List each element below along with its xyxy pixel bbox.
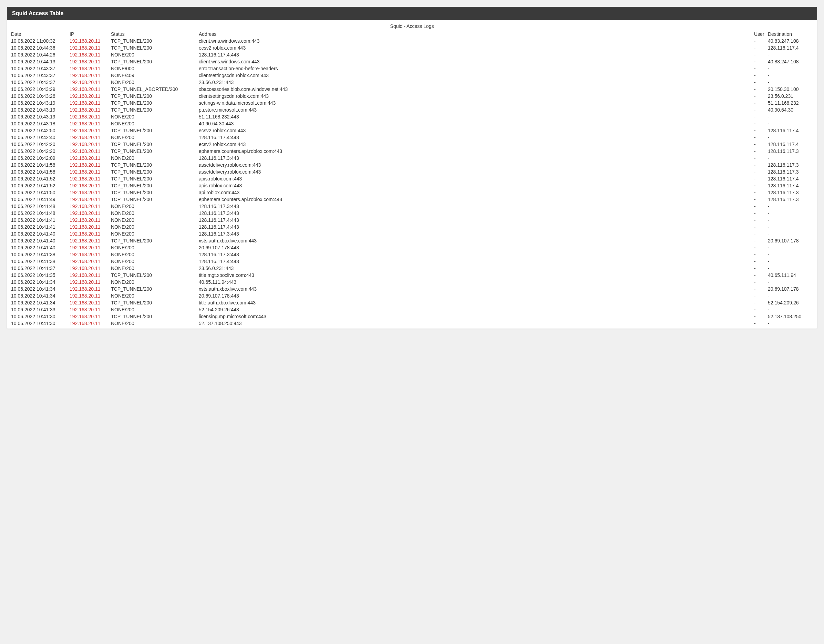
- ip-link[interactable]: 192.168.20.11: [69, 266, 101, 271]
- cell-user: -: [753, 106, 767, 113]
- cell-status: NONE/200: [110, 306, 198, 313]
- ip-link[interactable]: 192.168.20.11: [69, 114, 101, 120]
- cell-ip: 192.168.20.11: [69, 120, 110, 127]
- cell-date: 10.06.2022 10:41:40: [10, 231, 69, 237]
- table-row: 10.06.2022 10:44:36192.168.20.11TCP_TUNN…: [10, 45, 814, 51]
- ip-link[interactable]: 192.168.20.11: [69, 155, 101, 161]
- cell-ip: 192.168.20.11: [69, 231, 110, 237]
- cell-status: NONE/200: [110, 155, 198, 161]
- cell-status: TCP_TUNNEL/200: [110, 161, 198, 168]
- cell-destination: -: [767, 65, 814, 72]
- ip-link[interactable]: 192.168.20.11: [69, 59, 101, 65]
- cell-status: NONE/200: [110, 217, 198, 223]
- col-header-date[interactable]: Date: [10, 31, 69, 37]
- col-header-status[interactable]: Status: [110, 31, 198, 37]
- cell-date: 10.06.2022 10:44:13: [10, 58, 69, 65]
- ip-link[interactable]: 192.168.20.11: [69, 259, 101, 264]
- ip-link[interactable]: 192.168.20.11: [69, 80, 101, 85]
- col-header-destination[interactable]: Destination: [767, 31, 814, 37]
- cell-date: 10.06.2022 10:43:37: [10, 72, 69, 79]
- ip-link[interactable]: 192.168.20.11: [69, 128, 101, 133]
- cell-destination: 20.150.30.100: [767, 86, 814, 93]
- ip-link[interactable]: 192.168.20.11: [69, 245, 101, 251]
- ip-link[interactable]: 192.168.20.11: [69, 148, 101, 154]
- col-header-ip[interactable]: IP: [69, 31, 110, 37]
- ip-link[interactable]: 192.168.20.11: [69, 183, 101, 188]
- ip-link[interactable]: 192.168.20.11: [69, 321, 101, 326]
- cell-date: 10.06.2022 10:41:52: [10, 182, 69, 189]
- cell-user: -: [753, 168, 767, 175]
- cell-ip: 192.168.20.11: [69, 292, 110, 299]
- cell-address: title.auth.xboxlive.com:443: [198, 299, 753, 306]
- cell-address: ecsv2.roblox.com:443: [198, 127, 753, 134]
- ip-link[interactable]: 192.168.20.11: [69, 314, 101, 319]
- cell-user: -: [753, 37, 767, 45]
- ip-link[interactable]: 192.168.20.11: [69, 190, 101, 195]
- ip-link[interactable]: 192.168.20.11: [69, 231, 101, 237]
- cell-ip: 192.168.20.11: [69, 148, 110, 155]
- cell-ip: 192.168.20.11: [69, 65, 110, 72]
- table-row: 10.06.2022 10:41:34192.168.20.11NONE/200…: [10, 278, 814, 286]
- cell-address: 40.65.111.94:443: [198, 278, 753, 286]
- ip-link[interactable]: 192.168.20.11: [69, 107, 101, 112]
- col-header-user[interactable]: User: [753, 31, 767, 37]
- cell-user: -: [753, 237, 767, 244]
- ip-link[interactable]: 192.168.20.11: [69, 238, 101, 243]
- cell-address: assetdelivery.roblox.com:443: [198, 161, 753, 168]
- cell-destination: -: [767, 203, 814, 210]
- cell-date: 10.06.2022 10:41:35: [10, 272, 69, 278]
- ip-link[interactable]: 192.168.20.11: [69, 203, 101, 209]
- cell-date: 10.06.2022 10:42:50: [10, 127, 69, 134]
- cell-date: 10.06.2022 10:44:36: [10, 45, 69, 51]
- cell-ip: 192.168.20.11: [69, 210, 110, 217]
- ip-link[interactable]: 192.168.20.11: [69, 100, 101, 106]
- cell-ip: 192.168.20.11: [69, 244, 110, 251]
- ip-link[interactable]: 192.168.20.11: [69, 135, 101, 140]
- ip-link[interactable]: 192.168.20.11: [69, 293, 101, 298]
- cell-address: ephemeralcounters.api.roblox.com:443: [198, 148, 753, 155]
- ip-link[interactable]: 192.168.20.11: [69, 73, 101, 78]
- table-subtitle: Squid - Access Logs: [10, 23, 814, 29]
- cell-address: apis.roblox.com:443: [198, 182, 753, 189]
- cell-date: 10.06.2022 10:41:34: [10, 286, 69, 292]
- ip-link[interactable]: 192.168.20.11: [69, 279, 101, 285]
- ip-link[interactable]: 192.168.20.11: [69, 162, 101, 168]
- ip-link[interactable]: 192.168.20.11: [69, 86, 101, 92]
- ip-link[interactable]: 192.168.20.11: [69, 197, 101, 202]
- ip-link[interactable]: 192.168.20.11: [69, 176, 101, 181]
- ip-link[interactable]: 192.168.20.11: [69, 217, 101, 223]
- cell-address: ecsv2.roblox.com:443: [198, 141, 753, 148]
- cell-status: TCP_TUNNEL/200: [110, 189, 198, 196]
- cell-status: TCP_TUNNEL/200: [110, 237, 198, 244]
- ip-link[interactable]: 192.168.20.11: [69, 272, 101, 278]
- col-header-address[interactable]: Address: [198, 31, 753, 37]
- cell-user: -: [753, 141, 767, 148]
- cell-user: -: [753, 100, 767, 106]
- ip-link[interactable]: 192.168.20.11: [69, 93, 101, 99]
- cell-destination: -: [767, 217, 814, 223]
- ip-link[interactable]: 192.168.20.11: [69, 52, 101, 57]
- ip-link[interactable]: 192.168.20.11: [69, 252, 101, 257]
- ip-link[interactable]: 192.168.20.11: [69, 286, 101, 292]
- cell-destination: 20.69.107.178: [767, 237, 814, 244]
- cell-user: -: [753, 258, 767, 265]
- ip-link[interactable]: 192.168.20.11: [69, 169, 101, 175]
- ip-link[interactable]: 192.168.20.11: [69, 211, 101, 216]
- ip-link[interactable]: 192.168.20.11: [69, 45, 101, 51]
- ip-link[interactable]: 192.168.20.11: [69, 121, 101, 126]
- ip-link[interactable]: 192.168.20.11: [69, 66, 101, 71]
- cell-destination: 128.116.117.3: [767, 148, 814, 155]
- cell-ip: 192.168.20.11: [69, 155, 110, 161]
- ip-link[interactable]: 192.168.20.11: [69, 300, 101, 306]
- cell-destination: 40.65.111.94: [767, 272, 814, 278]
- ip-link[interactable]: 192.168.20.11: [69, 38, 101, 44]
- ip-link[interactable]: 192.168.20.11: [69, 307, 101, 312]
- cell-user: -: [753, 210, 767, 217]
- cell-destination: -: [767, 265, 814, 272]
- ip-link[interactable]: 192.168.20.11: [69, 224, 101, 230]
- ip-link[interactable]: 192.168.20.11: [69, 141, 101, 147]
- cell-status: TCP_TUNNEL/200: [110, 58, 198, 65]
- cell-date: 10.06.2022 10:42:20: [10, 148, 69, 155]
- cell-ip: 192.168.20.11: [69, 175, 110, 182]
- cell-destination: 52.137.108.250: [767, 313, 814, 320]
